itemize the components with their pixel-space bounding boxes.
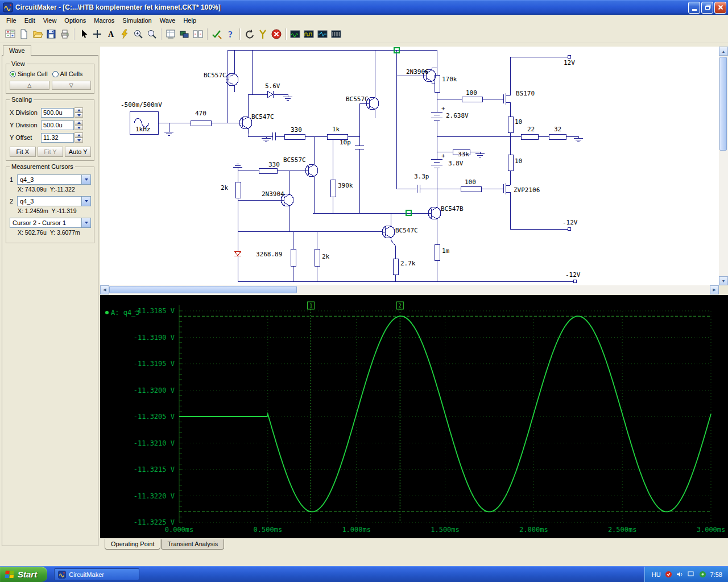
schematic-label[interactable]: BC557C	[204, 72, 226, 79]
minimize-button[interactable]	[688, 2, 700, 14]
digital-instruments-button[interactable]	[302, 27, 316, 41]
scrollbar-right-arrow[interactable]: ▶	[710, 285, 719, 294]
delete-tool-button[interactable]	[118, 27, 131, 41]
device-select-button[interactable]	[177, 27, 191, 41]
restore-button[interactable]	[701, 2, 713, 14]
close-button[interactable]	[714, 2, 726, 14]
schematic-label[interactable]: BC557C	[346, 95, 369, 103]
schematic-canvas[interactable]: BC557C5.6V-500m/500mV1kHz470BC547CBC557C…	[100, 47, 719, 285]
horizontal-scrollbar-thumb[interactable]	[109, 286, 297, 293]
schematic-label[interactable]: +	[441, 152, 445, 160]
schematic-label[interactable]: +	[441, 105, 445, 113]
display-scale-button[interactable]	[164, 27, 177, 41]
scrollbar-down-arrow[interactable]: ▼	[719, 276, 728, 285]
scrollbar-up-arrow[interactable]: ▲	[719, 47, 728, 56]
wire-tool-button[interactable]	[90, 27, 104, 41]
scroll-up-button[interactable]: △	[10, 81, 49, 90]
schematic-label[interactable]: 1kHz	[135, 126, 151, 133]
probe-tool-button[interactable]	[256, 27, 270, 41]
scrollbar-left-arrow[interactable]: ◀	[100, 285, 109, 294]
menu-view[interactable]: View	[39, 16, 61, 25]
auto-y-button[interactable]: Auto Y	[65, 147, 91, 157]
y-division-input[interactable]	[41, 120, 74, 130]
schematic-label[interactable]: 3.3p	[414, 173, 429, 180]
schematic-label[interactable]: -12V	[565, 271, 581, 278]
schematic-label[interactable]: 330	[291, 126, 302, 134]
schematic-label[interactable]: 470	[195, 110, 206, 117]
fit-y-button[interactable]: Fit Y	[38, 147, 64, 157]
print-button[interactable]	[58, 27, 72, 41]
schematic-label[interactable]: 33k	[458, 151, 469, 158]
logic-analyzer-button[interactable]	[329, 27, 343, 41]
schematic-label[interactable]: BC547C	[251, 113, 274, 120]
help-button[interactable]: ?	[224, 27, 237, 41]
new-file-button[interactable]	[17, 27, 31, 41]
split-view-button[interactable]	[191, 27, 205, 41]
tray-icon-network[interactable]	[688, 571, 695, 578]
schematic-label[interactable]: 390k	[338, 182, 353, 189]
start-button[interactable]: Start	[0, 567, 47, 582]
stop-simulation-button[interactable]	[270, 27, 283, 41]
x-division-down-button[interactable]	[75, 113, 83, 118]
menu-edit[interactable]: Edit	[20, 16, 39, 25]
schematic-label[interactable]: 1k	[332, 126, 340, 133]
parts-browser-button[interactable]	[3, 27, 17, 41]
schematic-label[interactable]: BC557C	[283, 156, 306, 164]
cursor1-signal-select[interactable]: q4_3	[17, 174, 91, 185]
schematic-label[interactable]: 10	[515, 118, 522, 126]
arrow-tool-button[interactable]	[77, 27, 90, 41]
open-file-button[interactable]	[31, 27, 44, 41]
cursor2-dropdown-button[interactable]	[81, 197, 90, 206]
schematic-label[interactable]: 2k	[322, 253, 330, 260]
schematic-label[interactable]: 2k	[221, 184, 229, 192]
radio-single-cell[interactable]: Single Cell	[10, 70, 48, 77]
y-offset-down-button[interactable]	[75, 138, 83, 143]
schematic-label[interactable]: 10	[515, 157, 522, 165]
schematic-label[interactable]: 32	[554, 126, 561, 133]
tray-icon-volume[interactable]	[676, 571, 684, 578]
taskbar-item-circuitmaker[interactable]: CircuitMaker	[54, 568, 139, 580]
schematic-label[interactable]: 3268.89	[256, 251, 282, 258]
tab-wave[interactable]: Wave	[3, 45, 31, 56]
schematic-label[interactable]: 1m	[442, 247, 450, 255]
schematic-label[interactable]: 5.6V	[265, 82, 280, 90]
vertical-scrollbar-thumb[interactable]	[719, 57, 727, 151]
scroll-down-button[interactable]: ▽	[52, 81, 92, 90]
menu-options[interactable]: Options	[60, 16, 90, 25]
fit-x-button[interactable]: Fit X	[10, 147, 36, 157]
horizontal-scrollbar[interactable]: ◀ ▶	[100, 285, 719, 294]
cursor-mode-dropdown-button[interactable]	[81, 218, 90, 227]
schematic-label[interactable]: 100	[465, 178, 476, 186]
schematic-label[interactable]: 100	[466, 89, 477, 97]
cursor1-dropdown-button[interactable]	[81, 175, 90, 184]
schematic-label[interactable]: 12V	[564, 59, 575, 66]
menu-help[interactable]: Help	[179, 16, 200, 25]
radio-all-cells[interactable]: All Cells	[52, 70, 83, 77]
cursor-mode-select[interactable]: Cursor 2 - Cursor 1	[10, 218, 91, 228]
schematic-label[interactable]: 10p	[340, 139, 351, 146]
y-division-up-button[interactable]	[75, 120, 83, 125]
schematic-label[interactable]: 2N3904	[262, 190, 284, 198]
schematic-label[interactable]: 2.7k	[400, 260, 416, 267]
clock[interactable]: 7:58	[710, 571, 722, 578]
y-offset-up-button[interactable]	[75, 132, 83, 138]
zoom-in-tool-button[interactable]	[131, 27, 145, 41]
menu-macros[interactable]: Macros	[90, 16, 118, 25]
tab-transient-analysis[interactable]: Transient Analysis	[161, 539, 224, 550]
run-analyses-button[interactable]	[288, 27, 302, 41]
schematic-label[interactable]: -500m/500mV	[121, 101, 162, 109]
schematic-label[interactable]: 330	[268, 161, 280, 168]
schematic-label[interactable]: -12V	[562, 219, 578, 226]
save-file-button[interactable]	[44, 27, 58, 41]
check-tool-button[interactable]	[210, 27, 224, 41]
y-division-down-button[interactable]	[75, 125, 83, 130]
schematic-label[interactable]: BC547B	[441, 205, 464, 213]
signal-generators-button[interactable]	[316, 27, 329, 41]
schematic-label[interactable]: 2N3906	[406, 68, 429, 76]
reset-simulation-button[interactable]	[242, 27, 256, 41]
schematic-label[interactable]: BS170	[516, 90, 535, 97]
language-indicator[interactable]: HU	[652, 571, 661, 578]
schematic-label[interactable]: 2.638V	[446, 112, 469, 119]
menu-wave[interactable]: Wave	[156, 16, 180, 25]
text-tool-button[interactable]: A	[104, 27, 118, 41]
